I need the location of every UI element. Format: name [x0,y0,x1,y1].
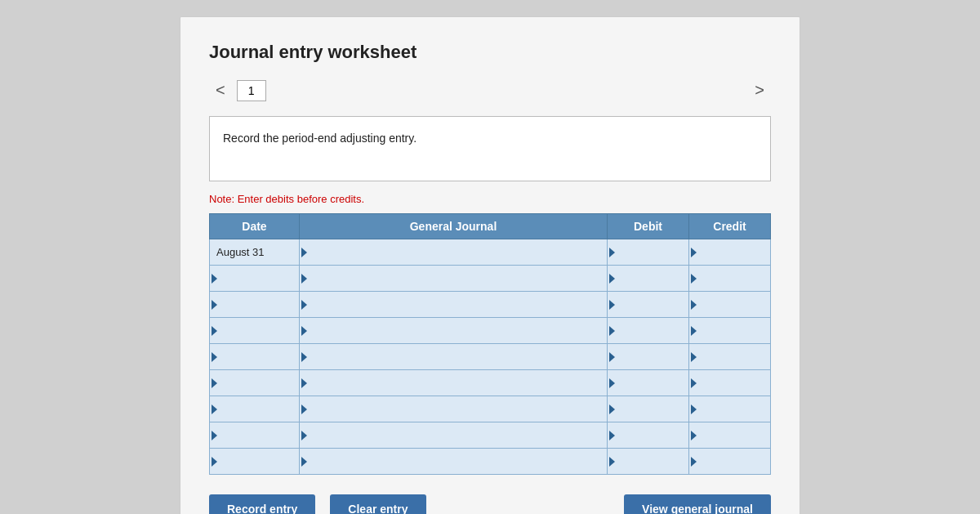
debit-input[interactable] [608,344,688,369]
credit-input[interactable] [689,266,770,291]
date-input[interactable] [210,318,299,343]
credit-input[interactable] [689,239,770,265]
header-general-journal: General Journal [300,214,608,239]
clear-entry-button[interactable]: Clear entry [330,494,425,514]
row-indicator-credit [691,326,697,336]
journal-input[interactable] [300,318,607,343]
main-card: Journal entry worksheet < 1 > Record the… [180,16,800,514]
next-arrow[interactable]: > [748,79,771,101]
journal-input[interactable] [300,396,607,422]
date-input[interactable] [210,449,299,474]
credit-cell [689,266,771,292]
row-indicator-credit [691,431,697,440]
row-indicator-journal [301,378,307,388]
date-input[interactable] [210,344,299,369]
debit-input[interactable] [608,266,688,291]
debit-input[interactable] [608,370,688,396]
credit-input[interactable] [689,292,770,317]
debit-cell [608,422,689,449]
date-input[interactable] [210,370,299,396]
credit-cell [689,449,771,475]
row-indicator-date [212,431,217,440]
row-indicator-debit [609,300,615,310]
page-number: 1 [237,80,266,101]
credit-input[interactable] [689,318,770,343]
record-entry-button[interactable]: Record entry [209,494,315,514]
note-text: Note: Enter debits before credits. [209,193,771,205]
journal-input[interactable] [300,370,607,396]
debit-cell [608,449,689,475]
row-indicator-debit [609,326,615,336]
journal-input[interactable] [300,292,607,317]
table-row [210,370,771,396]
credit-cell [689,239,771,266]
credit-cell [689,370,771,396]
row-indicator-credit [691,274,697,284]
journal-input[interactable] [300,266,607,291]
row-indicator-journal [301,431,307,440]
table-row [210,292,771,318]
debit-cell [608,396,689,422]
credit-input[interactable] [689,449,770,474]
general-journal-cell [300,239,608,266]
row-indicator-journal [301,404,307,414]
row-indicator-journal [301,274,307,284]
date-cell [210,370,300,396]
date-input[interactable] [210,292,299,317]
credit-input[interactable] [689,370,770,396]
date-cell [210,292,300,318]
general-journal-cell [300,344,608,370]
debit-cell [608,266,689,292]
journal-input[interactable] [300,449,607,474]
credit-cell [689,344,771,370]
debit-input[interactable] [608,318,688,343]
debit-input[interactable] [608,449,688,474]
row-indicator-debit [609,248,615,257]
buttons-row: Record entry Clear entry View general jo… [209,494,771,514]
date-input[interactable] [210,422,299,448]
view-journal-button[interactable]: View general journal [624,494,771,514]
general-journal-cell [300,292,608,318]
row-indicator-debit [609,352,615,362]
date-cell [210,266,300,292]
row-indicator-date [212,326,217,336]
date-cell [210,422,300,449]
credit-input[interactable] [689,396,770,422]
table-row: August 31 [210,239,771,266]
journal-table: Date General Journal Debit Credit August… [209,213,771,475]
table-row [210,449,771,475]
credit-input[interactable] [689,344,770,369]
general-journal-cell [300,266,608,292]
row-indicator-date [212,300,217,310]
date-cell [210,344,300,370]
journal-input[interactable] [300,422,607,448]
row-indicator-journal [301,300,307,310]
row-indicator-date [212,404,217,414]
debit-cell [608,292,689,318]
row-indicator-debit [609,431,615,440]
general-journal-cell [300,318,608,344]
credit-cell [689,318,771,344]
debit-input[interactable] [608,396,688,422]
general-journal-cell [300,396,608,422]
row-indicator-date [212,457,217,467]
debit-input[interactable] [608,239,688,265]
debit-input[interactable] [608,292,688,317]
credit-cell [689,422,771,449]
debit-input[interactable] [608,422,688,448]
row-indicator-credit [691,248,697,257]
debit-cell [608,239,689,266]
prev-arrow[interactable]: < [209,79,232,101]
date-input[interactable] [210,396,299,422]
row-indicator-debit [609,378,615,388]
instruction-text: Record the period-end adjusting entry. [223,132,416,145]
date-input[interactable] [210,266,299,291]
journal-input[interactable] [300,344,607,369]
general-journal-cell [300,449,608,475]
row-indicator-journal [301,352,307,362]
table-row [210,318,771,344]
credit-input[interactable] [689,422,770,448]
header-credit: Credit [689,214,771,239]
row-indicator-debit [609,274,615,284]
journal-input[interactable] [300,239,607,265]
